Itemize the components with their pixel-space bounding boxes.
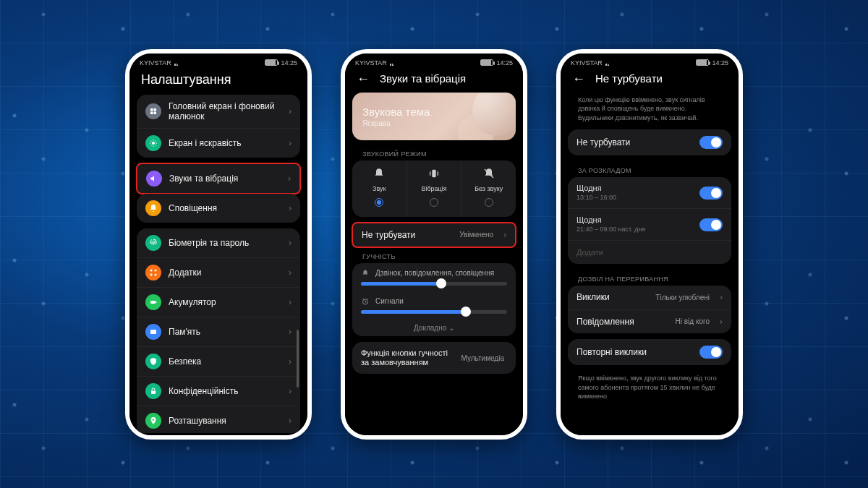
mode-label: Вібрація — [410, 185, 459, 192]
chevron-right-icon: › — [720, 317, 723, 327]
repeat-description: Якщо ввімкнено, звук другого виклику від… — [568, 371, 731, 408]
settings-row-security[interactable]: Безпека › — [137, 347, 300, 377]
notch — [606, 53, 693, 68]
bell-off-icon — [483, 168, 495, 179]
dnd-row[interactable]: Не турбувати Увімкнено › — [353, 223, 515, 247]
header: ← Звуки та вібрація — [345, 69, 523, 93]
expand-button[interactable]: Докладно ⌄ — [352, 320, 516, 336]
section-header: ЗВУКОВИЙ РЕЖИМ — [352, 145, 516, 160]
radio-unselected[interactable] — [430, 198, 438, 207]
row-label: Головний екран і фоновий малюнок — [169, 101, 281, 122]
interrupt-calls-row[interactable]: Виклики Тільки улюблені › — [568, 286, 731, 309]
repeat-calls-row[interactable]: Повторні виклики — [568, 339, 731, 365]
chevron-right-icon: › — [289, 106, 292, 116]
chevron-down-icon: ⌄ — [448, 324, 454, 332]
row-label: Виклики — [576, 292, 648, 302]
schedule-row[interactable]: Щодня 21:40 – 09:00 наст. дня — [568, 209, 731, 241]
alarm-icon — [361, 297, 370, 306]
mode-vibrate[interactable]: Вібрація — [407, 160, 462, 217]
mode-label: Без звуку — [464, 185, 513, 192]
settings-row-notifications[interactable]: Сповіщення › — [137, 194, 300, 223]
volume-button-fn-row[interactable]: Функція кнопки гучності за замовчуванням… — [352, 342, 516, 374]
battery-icon — [696, 59, 709, 66]
slider-label: Сигнали — [375, 297, 404, 305]
row-value: Мультимедіа — [461, 354, 505, 362]
chevron-right-icon: › — [289, 416, 292, 426]
row-label: Конфіденційність — [169, 386, 281, 396]
schedule-row[interactable]: Щодня 13:10 – 16:00 — [568, 177, 731, 209]
sound-theme-card[interactable]: Звукова тема Яскрава — [352, 93, 516, 140]
volume-alarm: Сигнали — [352, 291, 516, 320]
row-value: Тільки улюблені — [655, 294, 710, 301]
volume-ringtone: Дзвінок, повідомлення, сповіщення — [352, 263, 516, 291]
back-button[interactable]: ← — [572, 72, 585, 85]
chevron-right-icon: › — [289, 327, 292, 337]
row-label: Пам'ять — [169, 327, 281, 337]
svg-point-3 — [150, 274, 153, 276]
carrier-label: KYIVSTAR — [571, 59, 603, 67]
settings-row-home[interactable]: Головний екран і фоновий малюнок › — [137, 95, 300, 129]
toggle-on[interactable] — [699, 346, 723, 359]
theme-subtitle: Яскрава — [362, 119, 506, 127]
header: ← Не турбувати — [561, 69, 739, 93]
mode-sound[interactable]: Звук — [352, 160, 407, 217]
svg-rect-5 — [150, 301, 156, 304]
settings-row-display[interactable]: Екран і яскравість › — [137, 129, 300, 158]
svg-rect-10 — [432, 169, 435, 177]
clock-label: 14:25 — [496, 59, 513, 67]
chevron-right-icon: › — [289, 356, 292, 367]
slider-thumb[interactable] — [436, 278, 446, 288]
schedule-title: Щодня — [576, 215, 692, 225]
dnd-main-toggle-row[interactable]: Не турбувати — [568, 129, 731, 155]
row-value: Ні від кого — [676, 317, 710, 325]
row-value: Увімкнено — [459, 231, 493, 239]
back-button[interactable]: ← — [357, 72, 370, 85]
schedule-time: 13:10 – 16:00 — [576, 194, 692, 202]
battery-icon — [265, 59, 278, 66]
apps-icon — [145, 265, 161, 281]
chevron-right-icon: › — [289, 267, 292, 278]
mode-silent[interactable]: Без звуку — [461, 160, 516, 217]
scrollbar[interactable] — [297, 330, 299, 388]
settings-row-sound[interactable]: Звуки та вібрація › — [137, 164, 299, 193]
settings-row-apps[interactable]: Додатки › — [137, 258, 300, 288]
settings-row-sound-highlighted: Звуки та вібрація › — [136, 163, 301, 194]
battery-row-icon — [145, 294, 161, 310]
chevron-right-icon: › — [289, 297, 292, 307]
theme-title: Звукова тема — [362, 106, 506, 118]
svg-point-9 — [153, 419, 155, 421]
radio-selected[interactable] — [375, 198, 383, 207]
settings-row-privacy[interactable]: Конфіденційність › — [137, 377, 300, 406]
volume-slider[interactable] — [361, 310, 507, 314]
settings-row-storage[interactable]: Пам'ять › — [137, 317, 300, 347]
chevron-right-icon: › — [289, 203, 292, 213]
svg-point-1 — [150, 270, 153, 272]
speaker-icon — [146, 171, 162, 187]
toggle-on[interactable] — [699, 218, 723, 231]
add-schedule-button[interactable]: Додати — [568, 241, 731, 264]
settings-row-biometry[interactable]: Біометрія та пароль › — [137, 228, 300, 258]
chevron-right-icon: › — [289, 138, 292, 148]
dnd-description: Коли цю функцію ввімкнено, звук сигналів… — [568, 93, 731, 130]
schedule-time: 21:40 – 09:00 наст. дня — [576, 226, 692, 234]
toggle-on[interactable] — [699, 136, 723, 149]
volume-slider[interactable] — [361, 282, 507, 286]
battery-icon — [480, 59, 493, 66]
clock-label: 14:25 — [712, 59, 728, 67]
shield-icon — [145, 354, 161, 369]
fingerprint-icon — [145, 235, 161, 251]
section-header: ЗА РОЗКЛАДОМ — [568, 161, 731, 177]
row-label: Додатки — [169, 267, 281, 278]
row-label: Повторні виклики — [576, 347, 692, 357]
toggle-on[interactable] — [699, 187, 723, 200]
chevron-right-icon: › — [289, 238, 292, 248]
settings-row-location[interactable]: Розташування › — [137, 406, 300, 432]
svg-rect-8 — [151, 391, 156, 395]
settings-row-battery[interactable]: Акумулятор › — [137, 288, 300, 317]
radio-unselected[interactable] — [485, 198, 493, 207]
slider-thumb[interactable] — [461, 307, 471, 317]
clock-label: 14:25 — [281, 59, 297, 67]
row-label: Сповіщення — [169, 203, 281, 213]
interrupt-messages-row[interactable]: Повідомлення Ні від кого › — [568, 310, 731, 333]
chevron-right-icon: › — [503, 230, 506, 240]
